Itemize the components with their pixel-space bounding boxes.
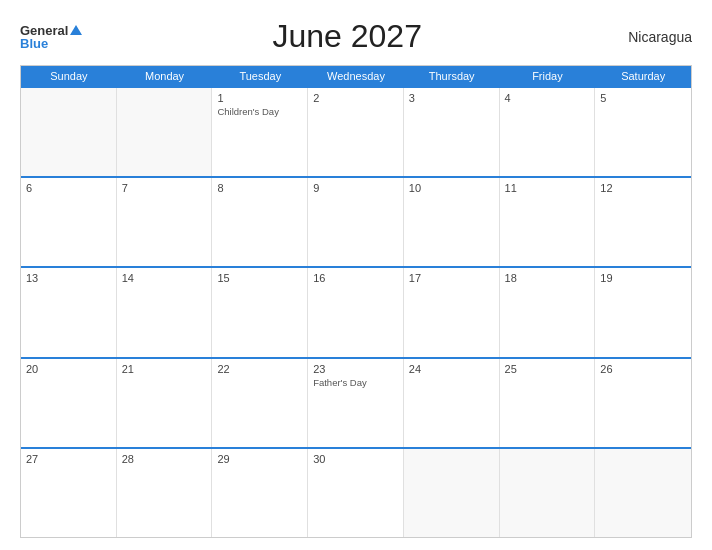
day-number: 28 (122, 453, 134, 465)
day-number: 15 (217, 272, 229, 284)
day-number: 27 (26, 453, 38, 465)
day-header: Friday (500, 66, 596, 86)
day-header: Tuesday (212, 66, 308, 86)
day-cell: 12 (595, 178, 691, 266)
day-number: 16 (313, 272, 325, 284)
day-cell: 8 (212, 178, 308, 266)
day-cell: 6 (21, 178, 117, 266)
day-cell (117, 88, 213, 176)
day-number: 14 (122, 272, 134, 284)
day-number: 2 (313, 92, 319, 104)
day-number: 11 (505, 182, 517, 194)
day-cell: 21 (117, 359, 213, 447)
logo-blue-text: Blue (20, 37, 48, 50)
day-cell: 4 (500, 88, 596, 176)
day-number: 20 (26, 363, 38, 375)
day-number: 10 (409, 182, 421, 194)
day-cell: 9 (308, 178, 404, 266)
day-cell: 28 (117, 449, 213, 537)
logo-triangle-icon (70, 25, 82, 35)
calendar-title: June 2027 (82, 18, 612, 55)
day-number: 4 (505, 92, 511, 104)
day-number: 12 (600, 182, 612, 194)
day-cell: 3 (404, 88, 500, 176)
day-event: Children's Day (217, 106, 278, 117)
day-header: Sunday (21, 66, 117, 86)
day-number: 29 (217, 453, 229, 465)
day-number: 13 (26, 272, 38, 284)
day-cell: 17 (404, 268, 500, 356)
day-event: Father's Day (313, 377, 367, 388)
calendar-grid: SundayMondayTuesdayWednesdayThursdayFrid… (20, 65, 692, 538)
day-cell: 22 (212, 359, 308, 447)
day-headers-row: SundayMondayTuesdayWednesdayThursdayFrid… (21, 66, 691, 86)
day-cell: 13 (21, 268, 117, 356)
day-cell: 10 (404, 178, 500, 266)
day-header: Wednesday (308, 66, 404, 86)
day-cell: 7 (117, 178, 213, 266)
week-row: 6789101112 (21, 176, 691, 266)
day-header: Thursday (404, 66, 500, 86)
day-number: 25 (505, 363, 517, 375)
day-number: 6 (26, 182, 32, 194)
day-cell: 20 (21, 359, 117, 447)
logo-general-text: General (20, 24, 68, 37)
day-cell: 27 (21, 449, 117, 537)
day-cell (21, 88, 117, 176)
day-number: 9 (313, 182, 319, 194)
day-cell: 30 (308, 449, 404, 537)
day-number: 7 (122, 182, 128, 194)
day-number: 1 (217, 92, 223, 104)
day-cell: 18 (500, 268, 596, 356)
day-number: 24 (409, 363, 421, 375)
week-row: 13141516171819 (21, 266, 691, 356)
day-number: 22 (217, 363, 229, 375)
day-header: Saturday (595, 66, 691, 86)
weeks-container: 1Children's Day2345678910111213141516171… (21, 86, 691, 537)
day-cell (404, 449, 500, 537)
week-row: 1Children's Day2345 (21, 86, 691, 176)
day-number: 21 (122, 363, 134, 375)
day-cell: 26 (595, 359, 691, 447)
day-cell (595, 449, 691, 537)
week-row: 20212223Father's Day242526 (21, 357, 691, 447)
day-number: 19 (600, 272, 612, 284)
day-number: 30 (313, 453, 325, 465)
day-cell: 23Father's Day (308, 359, 404, 447)
week-row: 27282930 (21, 447, 691, 537)
day-cell: 2 (308, 88, 404, 176)
logo: General Blue (20, 24, 82, 50)
day-cell (500, 449, 596, 537)
day-number: 8 (217, 182, 223, 194)
day-cell: 25 (500, 359, 596, 447)
day-cell: 11 (500, 178, 596, 266)
day-cell: 24 (404, 359, 500, 447)
day-cell: 5 (595, 88, 691, 176)
day-number: 26 (600, 363, 612, 375)
day-cell: 14 (117, 268, 213, 356)
country-label: Nicaragua (612, 29, 692, 45)
day-cell: 1Children's Day (212, 88, 308, 176)
day-number: 23 (313, 363, 325, 375)
day-cell: 15 (212, 268, 308, 356)
day-cell: 16 (308, 268, 404, 356)
day-number: 3 (409, 92, 415, 104)
header: General Blue June 2027 Nicaragua (20, 18, 692, 55)
day-number: 17 (409, 272, 421, 284)
day-header: Monday (117, 66, 213, 86)
day-number: 5 (600, 92, 606, 104)
day-cell: 29 (212, 449, 308, 537)
day-number: 18 (505, 272, 517, 284)
calendar-page: General Blue June 2027 Nicaragua SundayM… (0, 0, 712, 550)
day-cell: 19 (595, 268, 691, 356)
